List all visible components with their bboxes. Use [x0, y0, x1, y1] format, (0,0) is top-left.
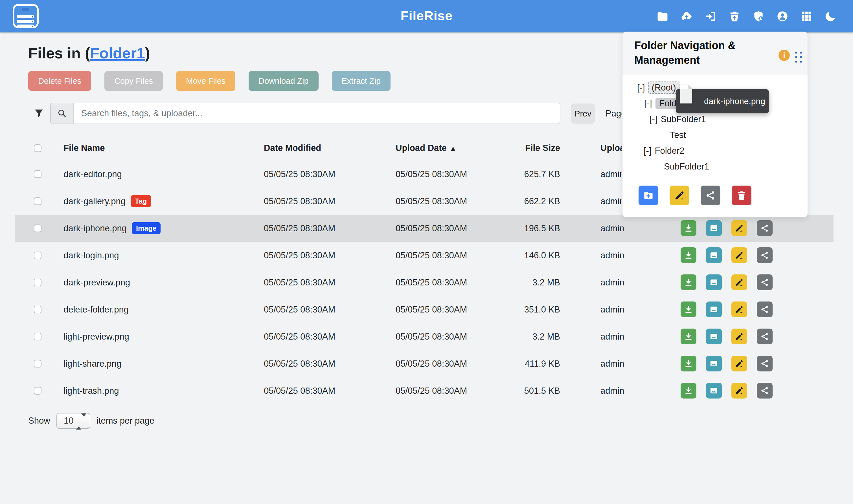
share-button[interactable]	[757, 302, 772, 317]
tree-item-subfolder1-2[interactable]: SubFolder1	[661, 161, 709, 173]
share-folder-button[interactable]	[700, 185, 721, 205]
edit-button[interactable]	[731, 220, 747, 236]
user-icon[interactable]	[776, 10, 789, 22]
info-icon[interactable]: i	[779, 50, 790, 61]
edit-button[interactable]	[731, 328, 747, 344]
edit-button[interactable]	[731, 302, 747, 317]
filter-icon[interactable]	[34, 108, 44, 119]
date-modified: 05/05/25 08:30AM	[264, 377, 335, 404]
upload-date: 05/05/25 08:30AM	[396, 350, 467, 377]
copy-files-button[interactable]: Copy Files	[104, 71, 163, 91]
search-icon	[51, 103, 74, 124]
row-checkbox[interactable]	[34, 197, 41, 205]
download-button[interactable]	[680, 274, 696, 290]
column-file-size[interactable]: File Size	[476, 136, 560, 161]
column-upload-date[interactable]: Upload Date▲	[396, 136, 457, 161]
file-toolbar: Delete Files Copy Files Move Files Downl…	[28, 71, 391, 91]
uploader: admin	[601, 161, 624, 187]
delete-files-button[interactable]: Delete Files	[28, 71, 91, 91]
grid-icon[interactable]	[800, 10, 813, 22]
create-folder-button[interactable]	[639, 185, 658, 205]
table-row-selected[interactable]: dark-iphone.pngImage 05/05/25 08:30AM 05…	[15, 215, 834, 242]
date-modified: 05/05/25 08:30AM	[264, 296, 335, 323]
row-checkbox[interactable]	[34, 306, 41, 313]
uploader: admin	[601, 350, 624, 377]
share-button[interactable]	[757, 328, 772, 344]
file-name[interactable]: light-preview.png	[64, 332, 129, 342]
table-row[interactable]: light-share.png 05/05/25 08:30AM 05/05/2…	[15, 350, 834, 377]
preview-image-button[interactable]	[706, 302, 722, 317]
file-name[interactable]: dark-gallery.png	[64, 196, 126, 206]
preview-image-button[interactable]	[706, 383, 722, 398]
move-files-button[interactable]: Move Files	[176, 71, 235, 91]
column-date-modified[interactable]: Date Modified	[264, 136, 321, 161]
column-file-name[interactable]: File Name	[64, 136, 105, 161]
download-button[interactable]	[680, 383, 696, 398]
preview-image-button[interactable]	[706, 356, 722, 372]
tree-item-test[interactable]: Test	[667, 129, 686, 141]
tree-item-folder2[interactable]: [-]Folder2	[644, 145, 685, 157]
row-checkbox[interactable]	[34, 333, 41, 340]
page-title-suffix: )	[145, 44, 150, 61]
edit-button[interactable]	[731, 383, 747, 398]
prev-page-button[interactable]: Prev	[571, 104, 595, 124]
row-checkbox[interactable]	[34, 224, 41, 232]
row-checkbox[interactable]	[34, 278, 41, 286]
share-button[interactable]	[757, 247, 772, 263]
table-row[interactable]: light-preview.png 05/05/25 08:30AM 05/05…	[15, 323, 834, 350]
download-zip-button[interactable]: Download Zip	[249, 71, 318, 91]
tree-item-subfolder1[interactable]: [-]SubFolder1	[650, 113, 706, 126]
sign-in-icon[interactable]	[704, 10, 717, 22]
edit-button[interactable]	[731, 247, 747, 263]
preview-image-button[interactable]	[706, 247, 722, 263]
share-button[interactable]	[757, 220, 772, 236]
download-button[interactable]	[680, 328, 696, 344]
row-checkbox[interactable]	[34, 252, 41, 259]
trash-restore-icon[interactable]	[728, 10, 741, 22]
download-button[interactable]	[680, 356, 696, 372]
preview-image-button[interactable]	[706, 328, 722, 344]
rename-folder-button[interactable]	[670, 185, 689, 205]
preview-image-button[interactable]	[706, 220, 722, 236]
select-all-checkbox[interactable]	[34, 144, 41, 152]
file-name[interactable]: light-trash.png	[64, 386, 119, 396]
moon-icon[interactable]	[824, 10, 837, 22]
table-row[interactable]: light-trash.png 05/05/25 08:30AM 05/05/2…	[15, 377, 834, 404]
share-icon	[705, 190, 716, 201]
delete-folder-button[interactable]	[732, 185, 751, 205]
date-modified: 05/05/25 08:30AM	[264, 269, 335, 296]
share-button[interactable]	[757, 383, 772, 398]
extract-zip-button[interactable]: Extract Zip	[332, 71, 391, 91]
share-button[interactable]	[757, 274, 772, 290]
preview-image-button[interactable]	[706, 274, 722, 290]
share-button[interactable]	[757, 356, 772, 372]
row-checkbox[interactable]	[34, 387, 41, 395]
folder-icon[interactable]	[656, 10, 669, 22]
table-row[interactable]: delete-folder.png 05/05/25 08:30AM 05/05…	[15, 296, 834, 323]
edit-button[interactable]	[731, 274, 747, 290]
folder-plus-icon	[643, 190, 654, 201]
file-name[interactable]: dark-iphone.png	[64, 223, 127, 233]
row-checkbox[interactable]	[34, 170, 41, 178]
folder-link[interactable]: Folder1	[90, 44, 145, 61]
shield-user-icon[interactable]	[752, 10, 765, 22]
table-row[interactable]: dark-preview.png 05/05/25 08:30AM 05/05/…	[15, 269, 834, 296]
cloud-upload-icon[interactable]	[680, 10, 693, 22]
file-name[interactable]: delete-folder.png	[64, 305, 129, 314]
row-checkbox[interactable]	[34, 360, 41, 367]
drag-handle-icon[interactable]	[795, 52, 802, 62]
edit-button[interactable]	[731, 356, 747, 372]
file-name[interactable]: dark-preview.png	[64, 277, 130, 287]
search-input[interactable]	[74, 103, 560, 124]
download-button[interactable]	[680, 247, 696, 263]
table-row[interactable]: dark-login.png 05/05/25 08:30AM 05/05/25…	[15, 242, 834, 269]
upload-date: 05/05/25 08:30AM	[396, 377, 467, 404]
items-per-page-select[interactable]: 10	[56, 413, 90, 429]
file-name[interactable]: dark-editor.png	[64, 169, 122, 179]
file-name[interactable]: dark-login.png	[64, 250, 119, 260]
download-button[interactable]	[680, 302, 696, 317]
tree-item-root[interactable]: [-](Root)	[637, 82, 679, 94]
file-size: 501.5 KB	[476, 377, 560, 404]
download-button[interactable]	[680, 220, 696, 236]
file-name[interactable]: light-share.png	[64, 359, 121, 368]
